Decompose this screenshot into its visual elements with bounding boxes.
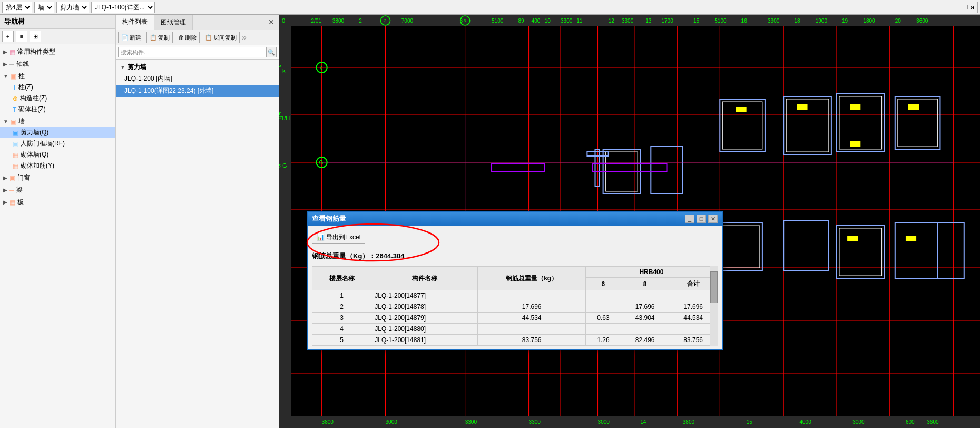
- grid-view-button[interactable]: ⊞: [30, 31, 41, 42]
- tree-item-structural-column[interactable]: ⊕ 构造柱(Z): [0, 93, 115, 104]
- svg-text:G: G: [319, 160, 324, 166]
- tree-group-slab-header[interactable]: ▶ ▦ 板: [0, 197, 115, 208]
- top-toolbar: 第4层第3层第2层第1层 墙柱梁 剪力墙砌体墙 JLQ-1-100(详图... …: [0, 0, 980, 15]
- tree-item-masonry-wall[interactable]: ▦ 砌体墙(Q): [0, 149, 115, 160]
- tree-group-axis: ▶ ─ 轴线: [0, 59, 115, 70]
- s8-cell: 17.696: [621, 301, 669, 313]
- delete-button[interactable]: 🗑 删除: [175, 32, 200, 43]
- s6-cell: [585, 301, 621, 313]
- wall-type-select[interactable]: 剪力墙砌体墙: [56, 2, 89, 13]
- size6-header: 6: [585, 278, 621, 290]
- tree-group-beam-header[interactable]: ▶ ─ 梁: [0, 184, 115, 196]
- floor-copy-button[interactable]: 📋 层间复制: [202, 32, 240, 43]
- tab-drawing-management[interactable]: 图纸管理: [154, 15, 193, 30]
- svg-text:6: 6: [464, 18, 466, 23]
- floor-cell: 4: [312, 324, 371, 335]
- list-group-shear-wall[interactable]: ▼ 剪力墙: [116, 62, 279, 73]
- tree-item-column-z[interactable]: T 柱(Z): [0, 82, 115, 93]
- tree-item-civil-defense-wall[interactable]: ▣ 人防门框墙(RF): [0, 138, 115, 149]
- svg-text:7000: 7000: [401, 18, 414, 24]
- copy-label: 复制: [158, 34, 170, 42]
- table-row: 4 JLQ-1-200[14880]: [312, 324, 718, 335]
- jlq-100-label: JLQ-1-100(详图22.23.24) [外墙]: [124, 87, 213, 94]
- svg-rect-71: [908, 104, 919, 110]
- new-icon: 📄: [121, 34, 129, 41]
- list-item-jlq-100[interactable]: JLQ-1-100(详图22.23.24) [外墙]: [116, 85, 279, 97]
- tree-group-column-header[interactable]: ▼ ▣ 柱: [0, 71, 115, 82]
- tab-drawing-label: 图纸管理: [161, 18, 186, 26]
- delete-icon: 🗑: [178, 34, 184, 41]
- sidebar-title: 导航树: [0, 15, 115, 29]
- modal-close-button[interactable]: ✕: [708, 215, 718, 223]
- tree-group-axis-header[interactable]: ▶ ─ 轴线: [0, 59, 115, 70]
- svg-text:2: 2: [384, 18, 386, 23]
- tree-item-masonry-rebar[interactable]: ▦ 砌体加筋(Y): [0, 160, 115, 171]
- axis-icon: ─: [9, 61, 14, 68]
- export-excel-button[interactable]: 📊 导出到Excel: [312, 231, 365, 244]
- more-options-icon[interactable]: »: [242, 33, 247, 42]
- svg-text:400: 400: [532, 18, 541, 24]
- tree-group-wall: ▼ ▣ 墙 ▣ 剪力墙(Q) ▣ 人防门框墙(RF) ▦ 砌体墙(Q) ▦: [0, 116, 115, 171]
- s8-cell: 82.496: [621, 335, 669, 346]
- list-item-jlq-200[interactable]: JLQ-1-200 [内墙]: [116, 73, 279, 85]
- tab-component-list[interactable]: 构件列表: [116, 15, 154, 30]
- new-button[interactable]: 📄 新建: [118, 32, 144, 43]
- layer-select[interactable]: 第4层第3层第2层第1层: [2, 2, 32, 13]
- table-row: 5 JLQ-1-200[14881] 83.756 1.26 82.496 83…: [312, 335, 718, 346]
- svg-text:3600: 3600: [916, 18, 928, 24]
- svg-text:1700: 1700: [661, 18, 673, 24]
- svg-text:1800: 1800: [863, 18, 875, 24]
- svg-text:2: 2: [359, 18, 362, 24]
- search-input[interactable]: [118, 47, 266, 57]
- total-rebar-header: 钢筋总重量（kg）: [478, 267, 585, 290]
- column-group-label: 柱: [18, 72, 25, 81]
- rebar-data-table: 楼层名称 构件名称 钢筋总重量（kg） HRB400 6 8 合计: [312, 266, 718, 346]
- excel-icon: 📊: [317, 234, 325, 241]
- tab-component-list-label: 构件列表: [122, 18, 148, 25]
- total-weight-display: 钢筋总重量（Kg）：2644.304: [312, 249, 718, 263]
- scrollbar-thumb[interactable]: [710, 271, 718, 303]
- table-scrollbar[interactable]: [710, 266, 718, 346]
- modal-controls: _ □ ✕: [685, 215, 718, 223]
- svg-text:0: 0: [282, 17, 285, 24]
- total-cell: 83.756: [478, 335, 585, 346]
- detail-select[interactable]: JLQ-1-100(详图...: [91, 2, 155, 13]
- s6-cell: [585, 324, 621, 335]
- floor-copy-label: 层间复制: [213, 34, 237, 42]
- search-button[interactable]: 🔍: [266, 47, 277, 57]
- tree-group-common: ▶ ▦ 常用构件类型: [0, 46, 115, 57]
- add-button[interactable]: +: [2, 31, 14, 42]
- panel-toolbar: 📄 新建 📋 复制 🗑 删除 📋 层间复制 »: [116, 30, 279, 45]
- tree-item-masonry-column[interactable]: T 砌体柱(Z): [0, 104, 115, 115]
- component-name-header: 构件名称: [371, 267, 478, 290]
- svg-text:89: 89: [518, 18, 524, 24]
- tree-group-wall-header[interactable]: ▼ ▣ 墙: [0, 116, 115, 127]
- tree-group-doorwindow-header[interactable]: ▶ ▣ 门窗: [0, 172, 115, 183]
- slab-icon: ▦: [9, 199, 15, 206]
- list-view-button[interactable]: ≡: [16, 31, 27, 42]
- modal-maximize-button[interactable]: □: [697, 215, 706, 223]
- panel-close-button[interactable]: ✕: [264, 16, 279, 28]
- tree-group-doorwindow: ▶ ▣ 门窗: [0, 172, 115, 183]
- svg-text:600: 600: [906, 419, 915, 425]
- total-cell: 44.534: [478, 313, 585, 324]
- svg-text:3000: 3000: [598, 419, 610, 425]
- delete-label: 删除: [185, 34, 197, 42]
- structural-column-icon: ⊕: [13, 95, 18, 102]
- component-cell: JLQ-1-200[14881]: [371, 335, 478, 346]
- component-type-select[interactable]: 墙柱梁: [34, 2, 54, 13]
- common-type-label: 常用构件类型: [17, 47, 55, 56]
- svg-text:12: 12: [609, 18, 615, 24]
- tree-group-common-header[interactable]: ▶ ▦ 常用构件类型: [0, 46, 115, 57]
- modal-titlebar: 查看钢筋量 _ □ ✕: [308, 212, 722, 226]
- svg-text:3000: 3000: [386, 419, 398, 425]
- table-row: 2 JLQ-1-200[14878] 17.696 17.696 17.696: [312, 301, 718, 313]
- svg-text:2/01: 2/01: [311, 18, 321, 24]
- masonry-column-icon: T: [13, 106, 16, 113]
- modal-minimize-button[interactable]: _: [685, 215, 694, 223]
- copy-button[interactable]: 📋 复制: [146, 32, 173, 43]
- tree-item-shear-wall[interactable]: ▣ 剪力墙(Q): [0, 127, 115, 138]
- table-row: 1 JLQ-1-200[14877]: [312, 290, 718, 301]
- column-z-label: 柱(Z): [18, 83, 33, 92]
- ea-button[interactable]: Ea: [963, 2, 978, 13]
